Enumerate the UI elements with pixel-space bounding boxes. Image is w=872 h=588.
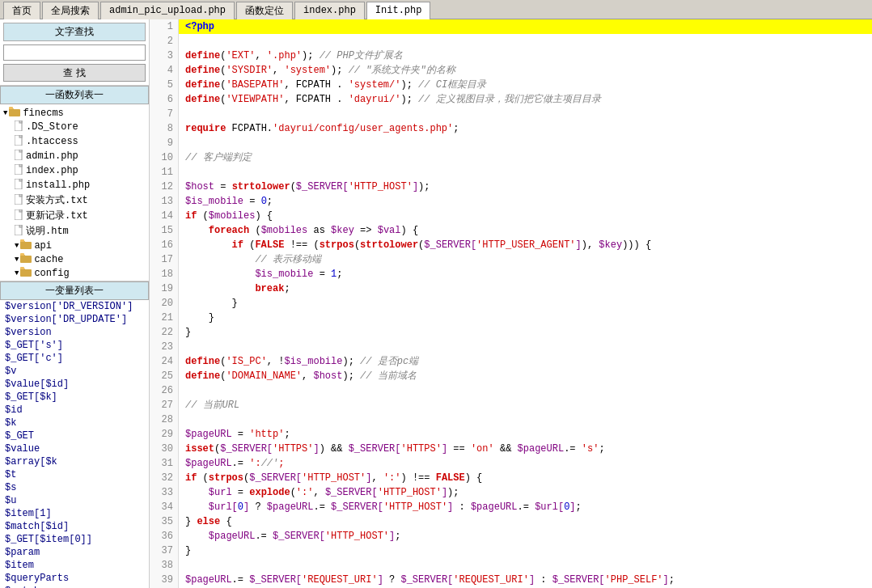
code-content: 1<?php2 3define('EXT', '.php'); // PHP文件…: [150, 19, 872, 588]
line-code: [179, 34, 191, 49]
code-line-34: 34 $url[0] ? $pageURL.= $_SERVER['HTTP_H…: [150, 500, 872, 514]
var-item-21[interactable]: $queryParts: [0, 572, 149, 585]
tree-item-1[interactable]: .DS_Store: [2, 120, 147, 134]
var-list-title[interactable]: 一变量列表一: [0, 281, 149, 300]
var-item-4[interactable]: $_GET['c']: [0, 352, 149, 365]
tab-3[interactable]: 函数定位: [236, 2, 293, 19]
var-item-11[interactable]: $value: [0, 442, 149, 455]
code-line-33: 33 $url = explode(':', $_SERVER['HTTP_HO…: [150, 485, 872, 500]
tree-item-label: install.php: [26, 180, 90, 191]
code-line-3: 3define('EXT', '.php'); // PHP文件扩展名: [150, 49, 872, 63]
code-area[interactable]: 1<?php2 3define('EXT', '.php'); // PHP文件…: [150, 19, 872, 588]
var-item-13[interactable]: $t: [0, 468, 149, 481]
tree-item-6[interactable]: 安装方式.txt: [2, 192, 147, 208]
line-code: isset($_SERVER['HTTPS']) && $_SERVER['HT…: [179, 442, 605, 456]
line-code: [179, 107, 191, 121]
var-item-22[interactable]: $match: [0, 585, 149, 588]
line-number: 37: [150, 544, 179, 558]
line-number: 39: [150, 573, 179, 587]
var-item-0[interactable]: $version['DR_VERSION']: [0, 300, 149, 313]
code-line-15: 15 foreach ($mobiles as $key => $val) {: [150, 223, 872, 238]
folder-icon: [20, 239, 32, 252]
line-code: $pageURL.= '://';: [179, 456, 284, 471]
line-code: define('BASEPATH', FCPATH . 'system/'); …: [179, 78, 486, 92]
line-code: <?php: [179, 19, 214, 34]
code-line-16: 16 if (FALSE !== (strpos(strtolower($_SE…: [150, 238, 872, 252]
tree-item-8[interactable]: 说明.htm: [2, 223, 147, 239]
tree-item-2[interactable]: .htaccess: [2, 134, 147, 149]
line-number: 35: [150, 514, 179, 529]
line-code: [179, 383, 191, 398]
var-item-2[interactable]: $version: [0, 326, 149, 339]
var-item-7[interactable]: $_GET[$k]: [0, 391, 149, 404]
var-item-14[interactable]: $s: [0, 481, 149, 494]
tab-1[interactable]: 全局搜索: [42, 2, 99, 19]
tree-item-7[interactable]: 更新记录.txt: [2, 208, 147, 223]
var-item-6[interactable]: $value[$id]: [0, 378, 149, 391]
var-item-10[interactable]: $_GET: [0, 429, 149, 442]
line-code: require FCPATH.'dayrui/config/user_agent…: [179, 121, 459, 136]
var-item-16[interactable]: $item[1]: [0, 507, 149, 520]
line-number: 19: [150, 281, 179, 296]
tree-item-0[interactable]: ▼finecms: [2, 106, 147, 120]
line-code: $pageURL.= $_SERVER['HTTP_HOST'];: [179, 529, 400, 544]
var-item-3[interactable]: $_GET['s']: [0, 339, 149, 352]
tree-item-3[interactable]: admin.php: [2, 149, 147, 163]
tree-item-4[interactable]: index.php: [2, 163, 147, 178]
code-line-4: 4define('SYSDIR', 'system'); // "系统文件夹"的…: [150, 63, 872, 78]
expand-icon: ▼: [3, 109, 7, 117]
tab-2[interactable]: admin_pic_upload.php: [100, 2, 235, 19]
line-code: [179, 412, 191, 427]
code-line-21: 21 }: [150, 311, 872, 325]
tree-item-5[interactable]: install.php: [2, 178, 147, 192]
line-number: 32: [150, 471, 179, 485]
line-code: }: [179, 544, 191, 558]
tree-item-11[interactable]: ▼config: [2, 266, 147, 280]
code-line-38: 38: [150, 558, 872, 573]
var-item-19[interactable]: $param: [0, 546, 149, 559]
line-number: 12: [150, 180, 179, 194]
line-number: 33: [150, 485, 179, 500]
var-item-1[interactable]: $version['DR_UPDATE']: [0, 313, 149, 326]
line-code: $is_mobile = 0;: [179, 194, 273, 209]
tab-5[interactable]: Init.php: [366, 2, 431, 19]
line-number: 34: [150, 500, 179, 514]
code-line-29: 29$pageURL = 'http';: [150, 427, 872, 442]
line-code: $host = strtolower($_SERVER['HTTP_HOST']…: [179, 180, 430, 194]
line-number: 16: [150, 238, 179, 252]
svg-rect-21: [20, 239, 24, 242]
var-item-15[interactable]: $u: [0, 494, 149, 507]
line-code: }: [179, 311, 214, 325]
code-line-5: 5define('BASEPATH', FCPATH . 'system/');…: [150, 78, 872, 92]
func-list-title[interactable]: 一函数列表一: [0, 86, 149, 104]
folder-icon: [9, 107, 20, 119]
line-number: 23: [150, 340, 179, 354]
tab-bar: 首页全局搜索admin_pic_upload.php函数定位index.phpI…: [0, 0, 872, 19]
tree-item-label: admin.php: [26, 150, 78, 162]
line-number: 4: [150, 63, 179, 78]
var-item-20[interactable]: $item: [0, 559, 149, 572]
line-code: if (strpos($_SERVER['HTTP_HOST'], ':') !…: [179, 471, 482, 485]
tree-item-9[interactable]: ▼api: [2, 239, 147, 252]
tab-0[interactable]: 首页: [3, 2, 40, 19]
var-item-18[interactable]: $_GET[$item[0]]: [0, 533, 149, 546]
var-list: $version['DR_VERSION']$version['DR_UPDAT…: [0, 300, 149, 588]
tab-4[interactable]: index.php: [294, 2, 365, 19]
folder-icon: [20, 253, 32, 265]
var-item-8[interactable]: $id: [0, 404, 149, 417]
line-code: define('SYSDIR', 'system'); // "系统文件夹"的名…: [179, 63, 455, 78]
svg-rect-16: [19, 209, 22, 212]
line-code: define('VIEWPATH', FCPATH . 'dayrui/'); …: [179, 92, 601, 107]
sidebar: 文字查找 查 找 一函数列表一 ▼finecms.DS_Store.htacce…: [0, 19, 150, 588]
tree-item-10[interactable]: ▼cache: [2, 252, 147, 266]
svg-rect-8: [19, 150, 22, 152]
code-line-23: 23: [150, 340, 872, 354]
search-input[interactable]: [3, 44, 146, 61]
search-button[interactable]: 查 找: [3, 64, 146, 82]
var-item-12[interactable]: $array[$k: [0, 455, 149, 468]
var-item-9[interactable]: $k: [0, 417, 149, 429]
var-item-5[interactable]: $v: [0, 365, 149, 378]
line-number: 28: [150, 412, 179, 427]
line-number: 30: [150, 442, 179, 456]
var-item-17[interactable]: $match[$id]: [0, 520, 149, 533]
